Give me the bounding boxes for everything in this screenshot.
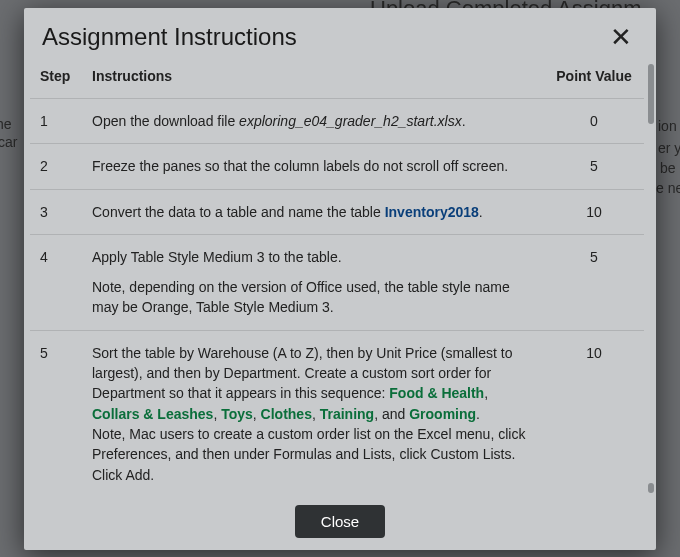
scrollbar-thumb[interactable] [648,64,654,124]
col-header-points: Point Value [544,60,644,99]
note: Note, depending on the version of Office… [92,277,534,318]
filename: exploring_e04_grader_h2_start.xlsx [239,113,462,129]
table-header-row: Step Instructions Point Value [30,60,644,99]
step-instruction: Sort the table by Warehouse (A to Z), th… [82,330,544,497]
text: Sort the table by Warehouse (A to Z), th… [92,343,534,424]
modal-body: Step Instructions Point Value 1 Open the… [24,60,656,497]
sep: , [312,406,320,422]
sep: , and [374,406,409,422]
text: . [476,406,480,422]
modal-title: Assignment Instructions [42,23,297,51]
category: Grooming [409,406,476,422]
step-points: 10 [544,189,644,234]
step-number: 2 [30,144,82,189]
note: Note, Mac users to create a custom order… [92,424,534,465]
step-points: 5 [544,234,644,330]
instructions-scroll-area[interactable]: Step Instructions Point Value 1 Open the… [30,60,644,497]
sep: , [213,406,221,422]
category: Training [320,406,374,422]
category: Collars & Leashes [92,406,213,422]
text: . [479,204,483,220]
step-number: 3 [30,189,82,234]
bg-left-a: he [0,116,12,132]
table-row: 3 Convert the data to a table and name t… [30,189,644,234]
category: Food & Health [389,385,484,401]
step-instruction: Convert the data to a table and name the… [82,189,544,234]
step-points: 10 [544,330,644,497]
bg-right-d: e ne [656,180,680,196]
bg-right-b: er y [658,140,680,156]
sep: , [484,385,488,401]
text: . [462,113,466,129]
sep: , [253,406,261,422]
modal-footer: Close [24,497,656,550]
step-number: 5 [30,330,82,497]
modal-header: Assignment Instructions ✕ [24,8,656,60]
assignment-instructions-modal: Assignment Instructions ✕ Step Instructi… [24,8,656,550]
instructions-table: Step Instructions Point Value 1 Open the… [30,60,644,497]
table-name: Inventory2018 [385,204,479,220]
bg-right-c: be [660,160,676,176]
table-row: 4 Apply Table Style Medium 3 to the tabl… [30,234,644,330]
text: Click Add. [92,465,534,485]
table-row: 5 Sort the table by Warehouse (A to Z), … [30,330,644,497]
bg-right-a: ion [658,118,677,134]
scrollbar[interactable] [646,60,654,497]
text: Open the download file [92,113,239,129]
step-instruction: Apply Table Style Medium 3 to the table.… [82,234,544,330]
step-number: 4 [30,234,82,330]
text: Apply Table Style Medium 3 to the table. [92,247,534,267]
scrollbar-thumb[interactable] [648,483,654,493]
category: Toys [221,406,253,422]
step-instruction: Freeze the panes so that the column labe… [82,144,544,189]
close-icon[interactable]: ✕ [604,20,638,54]
category: Clothes [261,406,312,422]
text: Convert the data to a table and name the… [92,204,385,220]
close-button[interactable]: Close [295,505,385,538]
step-instruction: Open the download file exploring_e04_gra… [82,99,544,144]
step-number: 1 [30,99,82,144]
col-header-instructions: Instructions [82,60,544,99]
table-row: 1 Open the download file exploring_e04_g… [30,99,644,144]
step-points: 5 [544,144,644,189]
step-points: 0 [544,99,644,144]
bg-left-b: car [0,134,17,150]
col-header-step: Step [30,60,82,99]
table-row: 2 Freeze the panes so that the column la… [30,144,644,189]
